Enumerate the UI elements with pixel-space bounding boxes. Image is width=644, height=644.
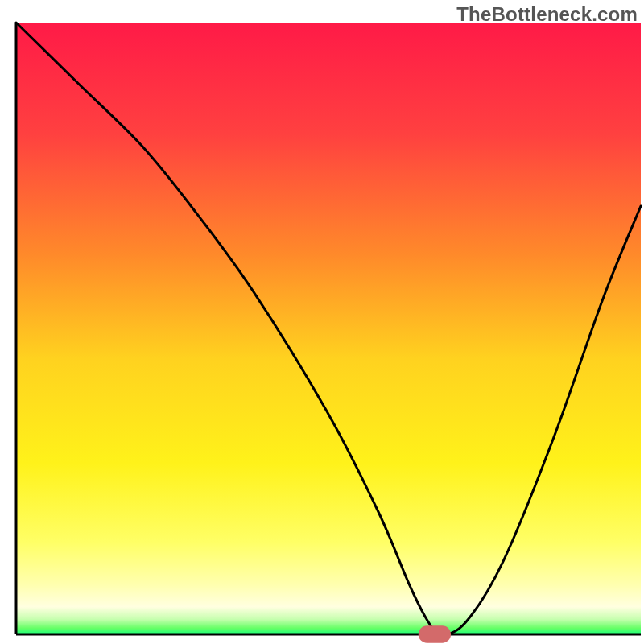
bottleneck-chart: TheBottleneck.com bbox=[0, 0, 644, 644]
watermark-text: TheBottleneck.com bbox=[456, 3, 638, 26]
chart-svg bbox=[0, 0, 644, 644]
minimum-marker bbox=[419, 625, 451, 642]
